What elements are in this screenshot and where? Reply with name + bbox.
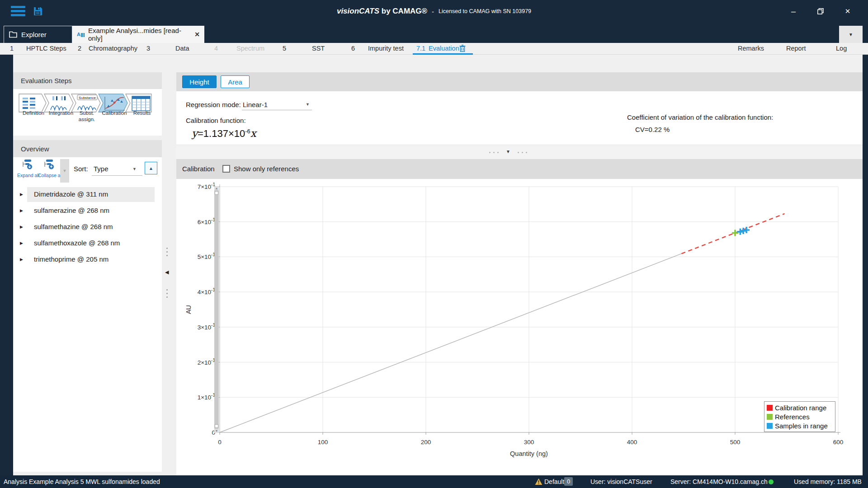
scroll-up-icon[interactable]: ▲ — [214, 186, 219, 190]
sort-caret-icon[interactable]: ▼ — [132, 167, 137, 171]
area-mode-button[interactable]: Area — [221, 75, 250, 88]
expander-icon[interactable]: ▶ — [20, 225, 23, 229]
tab-close-icon[interactable]: ✕ — [194, 31, 200, 38]
nav-log[interactable]: Log — [836, 45, 847, 52]
license-text: Licensed to CAMAG with SN 103979 — [439, 8, 531, 14]
nav-step-chromatography[interactable]: Chromatography — [89, 45, 137, 52]
tab-document[interactable]: A Example Analysi...mides [read-only] ✕ — [72, 26, 204, 43]
collapse-caret-icon: ▼ — [506, 149, 510, 154]
scrollbar-grip-bottom[interactable] — [215, 424, 218, 428]
default-label[interactable]: Default: — [544, 478, 566, 485]
calibration-section-label: Calibration — [182, 165, 215, 173]
nav-report[interactable]: Report — [786, 45, 806, 52]
legend-label: References — [775, 413, 810, 421]
nav-step-number[interactable]: 6 — [351, 45, 355, 52]
overview-item[interactable]: ▶sulfamethoxazole @ 268 nm — [13, 235, 162, 252]
show-only-references-checkbox[interactable] — [222, 165, 230, 173]
status-server: Server: CM414MO-W10.camag.ch — [670, 478, 768, 485]
svg-text:3×10-1: 3×10-1 — [198, 323, 216, 331]
svg-text:AU: AU — [185, 305, 192, 314]
svg-text:0: 0 — [218, 439, 222, 446]
expander-icon[interactable]: ▶ — [20, 241, 23, 245]
legend-entry: References — [767, 412, 833, 421]
overview-item[interactable]: ▶trimethoprime @ 205 nm — [13, 252, 162, 268]
nav-step-number[interactable]: 1 — [10, 45, 14, 52]
tab-overflow-button[interactable]: ▼ — [839, 26, 863, 43]
nav-step-data[interactable]: Data — [175, 45, 189, 52]
splitter-dots-top[interactable] — [166, 248, 168, 256]
substance-badge: Substance — [79, 96, 96, 100]
step-label-results[interactable]: Results — [129, 110, 155, 116]
sort-dropdown[interactable]: Type — [94, 165, 108, 173]
overview-item-label: sulfamethoxazole @ 268 nm — [34, 239, 120, 247]
close-button[interactable]: ✕ — [840, 5, 855, 17]
drag-dots-icon — [518, 152, 527, 153]
sort-dropdown-underline — [92, 175, 142, 176]
nav-step-impurity-test[interactable]: Impurity test — [368, 45, 404, 52]
collapse-all-button[interactable]: Collapse all — [38, 159, 61, 178]
svg-text:1×10-1: 1×10-1 — [198, 393, 216, 401]
y-axis-zoom-scrollbar[interactable]: ▲ ▼ — [214, 186, 219, 433]
splitter-dots-bottom[interactable] — [166, 289, 168, 298]
svg-text:Quantity (ng): Quantity (ng) — [510, 450, 548, 457]
overview-item[interactable]: ▶sulfamethazine @ 268 nm — [13, 219, 162, 235]
svg-text:400: 400 — [627, 439, 637, 446]
overview-item-label: sulfamethazine @ 268 nm — [34, 223, 113, 230]
svg-text:200: 200 — [421, 439, 431, 446]
minimize-button[interactable]: – — [786, 5, 801, 17]
tab-document-label: Example Analysi...mides [read-only] — [88, 27, 191, 42]
overview-item-label: trimethoprime @ 205 nm — [34, 255, 108, 263]
nav-remarks[interactable]: Remarks — [738, 45, 764, 52]
nav-step-number[interactable]: 7.1 — [416, 45, 425, 52]
overview-item-label: sulfamerazine @ 268 nm — [34, 206, 109, 214]
svg-text:300: 300 — [524, 439, 534, 446]
app-suffix: by CAMAG® — [379, 7, 427, 15]
show-only-references-label: Show only references — [234, 165, 299, 173]
step-label-definition[interactable]: Definition — [19, 110, 47, 116]
analysis-icon: A — [77, 32, 85, 37]
nav-step-number[interactable]: 5 — [283, 45, 286, 52]
app-name: visionCATS — [337, 7, 379, 15]
nav-step-number[interactable]: 3 — [146, 45, 150, 52]
window-edge-left — [0, 55, 13, 475]
calibration-function-label: Calibration function: — [186, 117, 246, 124]
tab-explorer-label: Explorer — [21, 31, 47, 38]
overview-item[interactable]: ▶sulfamerazine @ 268 nm — [13, 203, 162, 219]
svg-text:6×10-1: 6×10-1 — [198, 217, 216, 225]
collapse-all-icon — [43, 159, 56, 170]
expand-all-button[interactable]: Expand all — [17, 159, 38, 178]
svg-text:2×10-1: 2×10-1 — [198, 358, 216, 366]
trash-icon[interactable] — [459, 45, 466, 52]
nav-step-sst[interactable]: SST — [312, 45, 325, 52]
step-label-calibration[interactable]: Calibration — [100, 110, 128, 116]
expand-all-icon — [22, 159, 34, 170]
step-label-subst-assign[interactable]: Subst. assign. — [76, 110, 97, 123]
scrollbar-grip-top[interactable] — [215, 191, 218, 195]
server-online-dot — [769, 479, 774, 484]
tab-explorer[interactable]: Explorer — [4, 26, 72, 43]
scrollbar-thumb[interactable] — [214, 190, 219, 429]
scroll-down-icon[interactable]: ▼ — [214, 429, 219, 433]
expander-icon[interactable]: ▶ — [20, 192, 23, 197]
panel-collapse-control[interactable]: ▼ — [489, 150, 527, 154]
nav-step-number[interactable]: 2 — [78, 45, 81, 52]
sort-label: Sort: — [74, 165, 88, 173]
expander-icon[interactable]: ▶ — [20, 257, 23, 262]
sidebar-collapse-arrow[interactable]: ◀ — [165, 269, 169, 275]
restore-button[interactable] — [813, 5, 828, 17]
svg-text:4×10-1: 4×10-1 — [198, 287, 216, 296]
height-mode-button[interactable]: Height — [182, 75, 217, 88]
tree-options-dropdown[interactable]: ▼ — [60, 159, 69, 183]
nav-step-hptlc-steps[interactable]: HPTLC Steps — [26, 45, 66, 52]
overview-item[interactable]: ▶Dimetridazole @ 311 nm — [13, 187, 162, 203]
step-label-integration[interactable]: Integration — [47, 110, 75, 116]
calibration-plot: 010020030040050060001×10-12×10-13×10-14×… — [176, 179, 863, 472]
status-memory: Used memory: 1185 MB — [794, 478, 862, 485]
regression-caret-icon[interactable]: ▼ — [306, 102, 310, 107]
default-count-badge[interactable]: 0 — [564, 477, 573, 486]
expander-icon[interactable]: ▶ — [20, 208, 23, 213]
sort-direction-button[interactable]: ▲ — [145, 162, 157, 174]
regression-mode-dropdown[interactable]: Linear-1 — [243, 101, 268, 108]
nav-step-evaluation[interactable]: Evaluation — [429, 45, 459, 52]
evaluation-steps-header: Evaluation Steps — [13, 72, 162, 89]
